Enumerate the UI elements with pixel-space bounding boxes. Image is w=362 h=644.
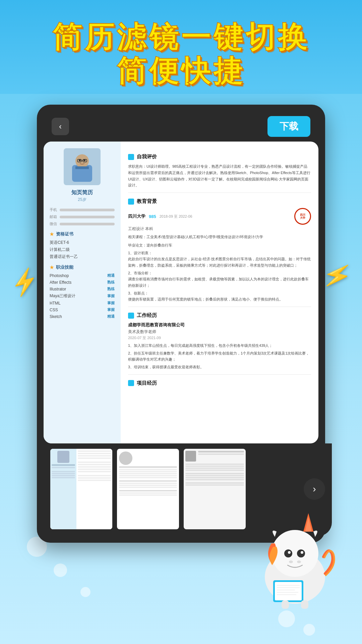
resume-area: 知页简历 25岁 手机 邮箱 微信 ★ 资格证书 [44, 142, 318, 443]
project-header: 项目经历 [128, 380, 311, 386]
skill-maya: Maya三维设计 掌握 [50, 293, 115, 299]
work-position: 美术及数学老师 [128, 329, 311, 335]
self-eval-content: 求职意向：UI设计师助理。985高校工程设计专业，熟悉产品设计流程，有一定的团队… [128, 163, 311, 189]
device-topbar: ‹ 下载 [44, 111, 318, 142]
edu-degree: 工程设计 本科 [128, 226, 311, 232]
bubble-2 [54, 564, 67, 577]
skills-title: ★ 职业技能 [50, 264, 115, 270]
avatar [64, 148, 101, 185]
school-stamp: 四川大学 [294, 208, 311, 225]
thesis-point-3: 3、创新点：便捷的车锁装置，适用于任何宽度的锁车地点；折叠后的形状，满足占地小、… [128, 290, 311, 303]
star-icon-2: ★ [50, 265, 54, 270]
work-title: 工作经历 [137, 312, 157, 319]
mascot [248, 510, 342, 610]
edu-title: 教育背景 [137, 198, 157, 205]
self-eval-title: 自我评价 [137, 154, 157, 160]
skill-html: HTML 掌握 [50, 301, 115, 306]
project-title: 项目经历 [137, 380, 157, 386]
divider-1 [128, 193, 311, 193]
skill-photoshop: Photoshop 精通 [50, 273, 115, 278]
skill-sketch: Sketch 精通 [50, 314, 115, 319]
edu-school: 四川大学 [128, 213, 145, 219]
cert-3: 普通话证书一乙 [50, 254, 115, 260]
edu-school-row: 四川大学 985 2018-09 至 2022-06 四川大学 [128, 208, 311, 225]
work-point-2: 2、担任五年级班主任兼数学、美术老师，着力于培养学生创造能力，1个月内策划3次艺… [128, 350, 311, 363]
svg-point-4 [83, 159, 85, 161]
work-period: 2020-07 至 2021-09 [128, 335, 311, 340]
svg-point-12 [284, 549, 292, 557]
next-button[interactable]: › [304, 478, 325, 500]
resume-main: 自我评价 求职意向：UI设计师助理。985高校工程设计专业，熟悉产品设计流程，有… [121, 142, 318, 443]
download-button[interactable]: 下载 [267, 116, 310, 137]
svg-point-17 [297, 560, 301, 563]
svg-point-9 [272, 530, 318, 577]
bubble-4 [278, 610, 295, 627]
work-header: 工作经历 [128, 312, 311, 319]
svg-rect-25 [282, 600, 289, 609]
resume-name: 知页简历 [50, 189, 115, 196]
star-icon: ★ [50, 231, 54, 237]
svg-rect-2 [75, 166, 89, 169]
edu-thesis: 毕业论文：逆向折叠自行车 [128, 242, 311, 249]
bubble-3 [80, 587, 90, 597]
svg-point-3 [79, 159, 81, 161]
avatar-image [69, 152, 96, 182]
section-icon-edu [128, 199, 134, 205]
hero-title-line2: 简便快捷 [0, 54, 362, 88]
resume-age: 25岁 [50, 197, 115, 203]
back-button[interactable]: ‹ [52, 118, 69, 135]
resume-screen: 知页简历 25岁 手机 邮箱 微信 ★ 资格证书 [44, 142, 318, 443]
mascot-svg [248, 510, 342, 610]
section-icon-project [128, 380, 134, 386]
work-point-3: 3、培训结束，获得授课点最受欢迎老师表彰。 [128, 364, 311, 370]
skill-after-effects: After Effects 熟练 [50, 280, 115, 285]
svg-point-15 [301, 551, 303, 554]
edu-header: 教育背景 [128, 198, 311, 205]
hero-title-line1: 简历滤镜一键切换 [0, 20, 362, 54]
hero-title-block: 简历滤镜一键切换 简便快捷 [0, 0, 362, 95]
divider-2 [128, 307, 311, 307]
section-icon-eval [128, 154, 134, 160]
svg-point-16 [289, 560, 293, 563]
cert-2: 计算机二级 [50, 247, 115, 253]
skill-illustrator: Illustrator 熟练 [50, 286, 115, 291]
skill-css: CSS 掌握 [50, 307, 115, 312]
contact-phone: 手机 [50, 207, 115, 212]
thesis-point-1: 1、设计初衷：此款自行车设计的出发点是反思设计，从社会·经济·技术图景分析自行车… [128, 250, 311, 269]
work-point-1: 1、加入浙江常山招生点，每日完成超高强度线下招生，包含小升初各年级共招生439人… [128, 342, 311, 349]
svg-rect-26 [301, 600, 308, 609]
device-mockup: ‹ 下载 [37, 105, 325, 543]
svg-rect-19 [275, 582, 302, 600]
edu-courses: 相关课程：工业美术/造型设计基础/人机工程学/心理学/视觉传达设计/环境设计/力… [128, 234, 311, 240]
divider-3 [128, 374, 311, 375]
thesis-point-2: 2、市场分析：调查分析现有消费市场对自行车的需求，如租赁、承载货物等因素，加以以… [128, 270, 311, 289]
carousel-thumb-3[interactable] [184, 449, 246, 529]
section-icon-work [128, 313, 134, 319]
svg-point-14 [288, 551, 291, 554]
bubble-5 [303, 624, 315, 636]
certs-title: ★ 资格证书 [50, 231, 115, 237]
carousel-thumb-1[interactable] [50, 449, 112, 529]
self-eval-header: 自我评价 [128, 154, 311, 160]
contact-wechat: 微信 [50, 221, 115, 226]
cert-1: 英语CET-6 [50, 240, 115, 246]
resume-sidebar: 知页简历 25岁 手机 邮箱 微信 ★ 资格证书 [44, 142, 121, 443]
contact-email: 邮箱 [50, 214, 115, 219]
edu-period: 2018-09 至 2022-06 [160, 214, 192, 219]
work-company: 成都学而思教育咨询有限公司 [128, 322, 311, 328]
carousel-thumb-2[interactable] [117, 449, 179, 529]
edu-score: 985 [149, 214, 156, 219]
svg-point-13 [297, 549, 305, 557]
